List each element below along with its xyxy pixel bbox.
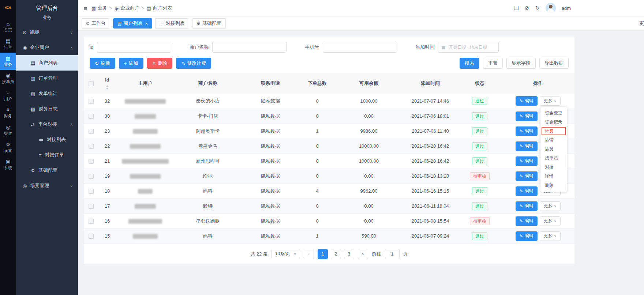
menu-item-订单管理[interactable]: ▥订单管理	[16, 71, 78, 86]
next-page-button[interactable]: ›	[358, 249, 368, 259]
dropdown-item-删除[interactable]: 删除	[540, 181, 567, 190]
page-size-select[interactable]: 10条/页 ∨	[272, 249, 300, 259]
refresh-icon[interactable]: ↻	[535, 5, 540, 11]
collapse-sidebar-icon[interactable]: ≡	[84, 5, 87, 11]
rail-item-订单[interactable]: ▤订单	[0, 35, 16, 53]
edit-button[interactable]: ✎编辑	[516, 111, 538, 121]
row-checkbox[interactable]	[89, 189, 94, 194]
filter-phone-input[interactable]	[323, 42, 397, 53]
menu-item-基础配置[interactable]: ⚙基础配置	[16, 163, 78, 178]
rail-item-业务[interactable]: ▦业务	[0, 53, 16, 70]
row-checkbox[interactable]	[89, 144, 94, 149]
modify-billing-button[interactable]: ✎修改计费	[176, 58, 211, 69]
rail-item-用户[interactable]: ○用户	[0, 87, 16, 104]
dropdown-item-店员[interactable]: 店员	[540, 144, 567, 154]
row-checkbox[interactable]	[89, 129, 94, 134]
tab-工作台[interactable]: ⊙工作台	[82, 18, 110, 29]
dropdown-item-资金变更[interactable]: 资金变更	[540, 109, 567, 118]
breadcrumb-item-业务[interactable]: ▦业务	[91, 5, 107, 11]
more-button[interactable]: 更多∨	[540, 201, 561, 211]
config-icon: ⚙	[31, 168, 35, 173]
rail-item-系统[interactable]: ▣系统	[0, 156, 16, 173]
sort-icons[interactable]	[106, 85, 109, 90]
redacted-user-value	[128, 219, 162, 224]
rail-item-接单员[interactable]: ◉接单员	[0, 70, 16, 87]
breadcrumb-label: 企业商户	[120, 5, 139, 11]
more-button[interactable]: 更多∨	[540, 96, 561, 106]
add-button[interactable]: +添加	[119, 58, 143, 69]
circle-slash-icon[interactable]: ⊘	[525, 5, 529, 11]
edit-button[interactable]: ✎编辑	[516, 186, 538, 196]
goto-page-input[interactable]	[385, 249, 400, 259]
export-data-button[interactable]: 导出数据	[539, 58, 569, 69]
menu-item-跑腿[interactable]: ⊙跑腿∨	[16, 24, 78, 40]
avatar[interactable]	[546, 3, 556, 13]
menu-item-商户列表[interactable]: ▤商户列表	[16, 55, 78, 71]
table-row-18: 18码科隐私数据49962.002021-06-16 15:15通过✎编辑更多∨	[84, 184, 574, 198]
dropdown-item-店铺[interactable]: 店铺	[540, 135, 567, 144]
edit-button[interactable]: ✎编辑	[516, 231, 538, 241]
breadcrumb-item-企业商户[interactable]: ◉企业商户	[115, 5, 139, 11]
filter-date-range[interactable]: ▦ 开始日期 结束日期	[438, 42, 499, 53]
dropdown-item-详情[interactable]: 详情	[540, 172, 567, 181]
dropdown-item-资金记录[interactable]: 资金记录	[540, 118, 567, 127]
tabs-more-button[interactable]: 更多	[639, 20, 644, 27]
edit-button[interactable]: ✎编辑	[516, 216, 538, 226]
search-button[interactable]: 搜索	[460, 58, 479, 69]
select-all-checkbox[interactable]	[89, 81, 94, 86]
menu-item-发单统计[interactable]: ▧发单统计	[16, 86, 78, 101]
row-checkbox[interactable]	[89, 174, 94, 179]
rail-item-设置[interactable]: ⚙设置	[0, 139, 16, 156]
page-button-3[interactable]: 3	[344, 249, 354, 259]
reset-button[interactable]: 重置	[483, 58, 503, 69]
rail-item-首页[interactable]: ⌂首页	[0, 18, 16, 35]
menu-item-企业商户[interactable]: ◉企业商户∧	[16, 40, 78, 55]
prev-page-button[interactable]: ‹	[304, 249, 314, 259]
cell-order-count: 0	[300, 213, 335, 228]
refresh-button[interactable]: ↻刷新	[90, 58, 115, 69]
row-checkbox[interactable]	[89, 204, 94, 209]
edit-button[interactable]: ✎编辑	[516, 96, 538, 106]
tab-对接列表[interactable]: ≔对接列表	[155, 18, 189, 29]
menu-item-财务日志[interactable]: ▨财务日志	[16, 101, 78, 117]
row-checkbox[interactable]	[89, 99, 94, 104]
icon-rail: «» ⌂首页▤订单▦业务◉接单员○用户¥财务◎渠道⚙设置▣系统	[0, 0, 16, 295]
filter-name-input[interactable]	[212, 42, 287, 53]
row-checkbox[interactable]	[89, 114, 94, 119]
filter-id-input[interactable]	[97, 42, 171, 53]
more-button[interactable]: 更多∨	[540, 231, 561, 241]
breadcrumb-item-商户列表[interactable]: ▤商户列表	[147, 5, 172, 11]
rail-item-财务[interactable]: ¥财务	[0, 104, 16, 121]
row-checkbox[interactable]	[89, 219, 94, 224]
row-checkbox[interactable]	[89, 159, 94, 164]
fullscreen-icon[interactable]: ❏	[514, 5, 518, 11]
menu-item-场景管理[interactable]: ◎场景管理∨	[16, 178, 78, 193]
edit-button[interactable]: ✎编辑	[516, 156, 538, 166]
edit-button[interactable]: ✎编辑	[516, 171, 538, 181]
dropdown-item-计费[interactable]: 计费	[542, 127, 566, 135]
tab-基础配置[interactable]: ⚙基础配置	[192, 18, 226, 29]
cell-merchant-name: 码科	[175, 184, 241, 198]
row-checkbox[interactable]	[89, 234, 94, 239]
menu-item-对接列表[interactable]: ≔对接列表	[16, 132, 78, 147]
more-button[interactable]: 更多∨	[540, 216, 561, 226]
sort-asc-icon[interactable]	[106, 85, 109, 87]
page-button-2[interactable]: 2	[331, 249, 341, 259]
edit-button[interactable]: ✎编辑	[516, 201, 538, 211]
sort-desc-icon[interactable]	[106, 88, 109, 90]
dropdown-item-接单员[interactable]: 接单员	[540, 154, 567, 163]
edit-button[interactable]: ✎编辑	[516, 141, 538, 151]
show-fields-button[interactable]: 显示字段	[506, 58, 536, 69]
delete-button[interactable]: ✕删除	[147, 58, 173, 69]
page-button-1[interactable]: 1	[318, 249, 328, 259]
menu-item-平台对接[interactable]: ⇄平台对接∧	[16, 117, 78, 132]
rail-item-渠道[interactable]: ◎渠道	[0, 122, 16, 139]
menu-item-对接订单[interactable]: ≡对接订单	[16, 147, 78, 163]
username[interactable]: adm	[562, 5, 571, 11]
tab-商户列表[interactable]: ▤商户列表×	[113, 18, 152, 29]
app-logo-icon[interactable]: «»	[5, 0, 11, 15]
edit-button[interactable]: ✎编辑	[516, 126, 538, 136]
cell-balance: 0.00	[335, 109, 403, 124]
close-icon[interactable]: ×	[145, 21, 148, 26]
dropdown-item-对接[interactable]: 对接	[540, 163, 567, 172]
